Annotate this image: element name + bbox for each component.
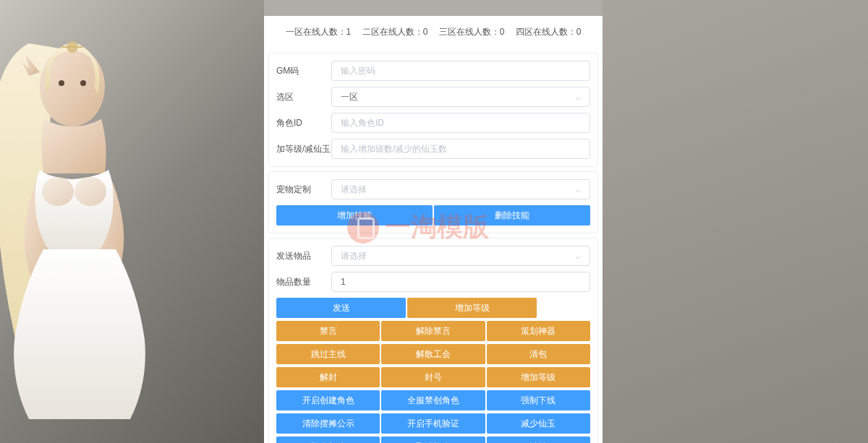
- svg-point-1: [59, 80, 64, 86]
- gmcode-input[interactable]: [331, 61, 590, 81]
- cancel-stealth-button[interactable]: 取消隐身: [381, 436, 485, 443]
- send-item-label: 发送物品: [276, 250, 331, 262]
- ban-button[interactable]: 封号: [381, 367, 485, 387]
- chevron-down-icon: ⌵: [576, 93, 581, 102]
- character-illustration: [0, 29, 231, 443]
- svg-point-4: [75, 177, 106, 206]
- level-input[interactable]: [331, 139, 590, 159]
- chevron-down-icon: ⌵: [576, 185, 581, 194]
- add-skill-button[interactable]: 增加技能: [276, 205, 433, 225]
- zone-select-value: 一区: [341, 91, 358, 103]
- zone3-status: 三区在线人数：0: [439, 26, 505, 38]
- svg-point-2: [80, 80, 86, 86]
- skip-main-button[interactable]: 跳过主线: [276, 344, 380, 364]
- zone-select[interactable]: 一区 ⌵: [331, 87, 590, 107]
- zone1-status: 一区在线人数：1: [286, 26, 352, 38]
- admin-panel: 一区在线人数：1 二区在线人数：0 三区在线人数：0 四区在线人数：0 GM码 …: [264, 16, 603, 443]
- pet-select[interactable]: 请选择 ⌵: [331, 179, 590, 199]
- pet-select-placeholder: 请选择: [341, 184, 367, 196]
- level-label: 加等级/减仙玉: [276, 143, 331, 155]
- zone-label: 选区: [276, 91, 331, 103]
- delete-skill-button[interactable]: 删除技能: [434, 205, 590, 225]
- pet-label: 宠物定制: [276, 184, 331, 196]
- form-card-main: GM码 选区 一区 ⌵ 角色ID 加等级/减仙玉: [268, 53, 598, 167]
- force-offline-button[interactable]: 强制下线: [487, 390, 590, 410]
- add-level-button[interactable]: 增加等级: [407, 298, 537, 318]
- send-item-placeholder: 请选择: [341, 250, 367, 262]
- one-click-job-button[interactable]: 一键转职: [487, 436, 590, 443]
- svg-point-3: [42, 177, 74, 206]
- add-level2-button[interactable]: 增加等级: [487, 367, 590, 387]
- background-character-left: [0, 0, 264, 443]
- qty-label: 物品数量: [276, 276, 331, 288]
- background-right: [603, 0, 868, 443]
- clear-stall-notice-button[interactable]: 清除摆摊公示: [276, 413, 380, 434]
- enable-create-role-button[interactable]: 开启创建角色: [276, 390, 380, 410]
- qty-input[interactable]: [331, 272, 590, 292]
- disable-create-role-button[interactable]: 全服禁创角色: [381, 390, 485, 410]
- form-card-pet: 宠物定制 请选择 ⌵ 增加技能 删除技能: [268, 171, 598, 233]
- status-bar: 一区在线人数：1 二区在线人数：0 三区在线人数：0 四区在线人数：0: [264, 16, 603, 48]
- mute-button[interactable]: 禁言: [276, 321, 380, 341]
- reduce-xianyu-button[interactable]: 减少仙玉: [487, 413, 590, 434]
- unban-button[interactable]: 解封: [276, 367, 380, 387]
- enable-phone-verify-button[interactable]: 开启手机验证: [381, 413, 485, 434]
- clear-bag-button[interactable]: 清包: [487, 344, 590, 364]
- zone2-status: 二区在线人数：0: [362, 26, 428, 38]
- zone4-status: 四区在线人数：0: [516, 26, 582, 38]
- form-card-item: 发送物品 请选择 ⌵ 物品数量 发送 增加等级 禁言 解除禁言 策划神器 跳过主…: [268, 238, 598, 443]
- send-button[interactable]: 发送: [276, 298, 406, 318]
- gmcode-label: GM码: [276, 65, 331, 77]
- send-item-select[interactable]: 请选择 ⌵: [331, 246, 590, 266]
- chevron-down-icon: ⌵: [576, 251, 581, 261]
- roleid-label: 角色ID: [276, 117, 331, 129]
- planner-artifact-button[interactable]: 策划神器: [487, 321, 590, 341]
- stealth-speed-button[interactable]: 隐身加速: [276, 436, 380, 443]
- dissolve-guild-button[interactable]: 解散工会: [381, 344, 485, 364]
- unmute-button[interactable]: 解除禁言: [381, 321, 485, 341]
- roleid-input[interactable]: [331, 113, 590, 133]
